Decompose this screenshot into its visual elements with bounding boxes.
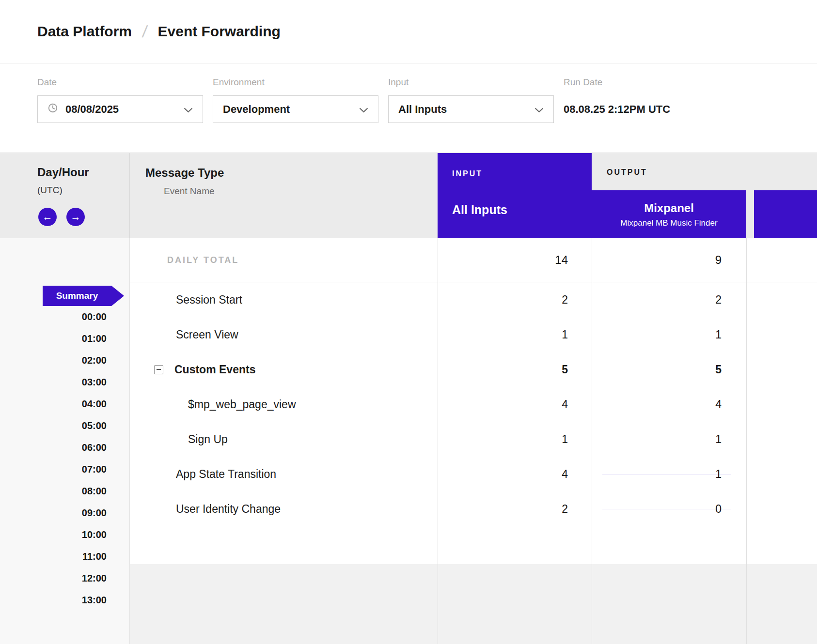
breadcrumb: Data Platform / Event Forwarding xyxy=(0,0,817,63)
output-count-cell: 1 xyxy=(592,433,746,446)
environment-dropdown-value: Development xyxy=(223,103,290,116)
hour-list: 00:00 01:00 02:00 03:00 04:00 05:00 06:0… xyxy=(0,306,107,611)
breadcrumb-separator: / xyxy=(141,22,148,41)
environment-dropdown[interactable]: Development xyxy=(213,95,378,123)
hour-row[interactable]: 10:00 xyxy=(0,524,107,546)
environment-filter-label: Environment xyxy=(213,77,378,88)
output-count-cell: 2 xyxy=(592,293,746,307)
breadcrumb-data-platform[interactable]: Data Platform xyxy=(37,23,132,40)
input-column-header: INPUT All Inputs xyxy=(438,153,592,239)
destination-subtitle: Mixpanel MB Music Finder xyxy=(592,218,746,228)
output-count-cell: 5 xyxy=(592,363,746,376)
date-filter-group: Date 08/08/2025 xyxy=(37,77,203,153)
daily-total-output-cell: 9 xyxy=(592,253,746,267)
run-date-group: Run Date 08.08.25 2:12PM UTC xyxy=(564,77,670,153)
date-dropdown[interactable]: 08/08/2025 xyxy=(37,95,203,123)
event-forwarding-page: Data Platform / Event Forwarding Date 08… xyxy=(0,0,817,644)
table-row-mp-web-page-view: $mp_web_page_view 4 4 xyxy=(130,387,817,422)
prev-day-button[interactable]: ← xyxy=(38,208,57,226)
table-row-session-start: Session Start 2 2 xyxy=(130,282,817,317)
arrow-right-icon: → xyxy=(71,211,81,223)
run-date-label: Run Date xyxy=(564,77,670,88)
table-footer-area xyxy=(130,564,817,644)
day-hour-subtitle: (UTC) xyxy=(37,185,63,196)
hour-row[interactable]: 03:00 xyxy=(0,371,107,393)
collapse-icon[interactable] xyxy=(154,365,163,374)
destination-name: Mixpanel xyxy=(592,201,746,215)
hour-row[interactable]: 08:00 xyxy=(0,480,107,502)
hour-row[interactable]: 04:00 xyxy=(0,393,107,415)
event-name-label: App State Transition xyxy=(176,468,276,481)
event-name-label: $mp_web_page_view xyxy=(188,398,296,411)
output-count-cell: 4 xyxy=(592,398,746,411)
input-column-name: All Inputs xyxy=(452,203,507,217)
summary-badge[interactable]: Summary xyxy=(43,286,111,306)
table-row-sign-up: Sign Up 1 1 xyxy=(130,422,817,457)
date-dropdown-value: 08/08/2025 xyxy=(65,103,119,116)
input-filter-label: Input xyxy=(388,77,554,88)
environment-filter-group: Environment Development xyxy=(213,77,378,153)
clock-icon xyxy=(47,103,58,116)
day-hour-header: Day/Hour (UTC) ← → xyxy=(0,153,130,239)
daily-total-input-cell: 14 xyxy=(438,253,592,267)
table-header: Day/Hour (UTC) ← → Message Type Event Na… xyxy=(0,153,817,238)
input-dropdown[interactable]: All Inputs xyxy=(388,95,554,123)
message-type-header: Message Type xyxy=(145,166,224,180)
day-hour-sidebar: Summary 00:00 01:00 02:00 03:00 04:00 05… xyxy=(0,238,130,644)
input-count-cell: 2 xyxy=(438,293,592,307)
daily-total-label: DAILY TOTAL xyxy=(130,255,438,265)
next-day-button[interactable]: → xyxy=(66,208,85,226)
hour-row[interactable]: 00:00 xyxy=(0,306,107,328)
day-hour-title: Day/Hour xyxy=(37,166,89,179)
table-row-user-identity-change: User Identity Change 2 0 xyxy=(130,491,817,526)
chevron-down-icon xyxy=(184,103,193,116)
input-count-cell: 5 xyxy=(438,363,592,376)
event-name-label: User Identity Change xyxy=(176,503,281,516)
input-count-cell: 2 xyxy=(438,503,592,516)
input-column-label: INPUT xyxy=(452,169,483,178)
event-rows: Session Start 2 2 Screen View 1 1 Custom… xyxy=(130,282,817,564)
chevron-down-icon xyxy=(359,103,368,116)
date-filter-label: Date xyxy=(37,77,203,88)
input-count-cell: 1 xyxy=(438,328,592,341)
event-name-label: Custom Events xyxy=(174,363,255,376)
input-dropdown-value: All Inputs xyxy=(398,103,447,116)
hour-row[interactable]: 11:00 xyxy=(0,546,107,567)
hour-row[interactable]: 07:00 xyxy=(0,459,107,480)
hour-row[interactable]: 01:00 xyxy=(0,328,107,350)
output-section-label: OUTPUT xyxy=(607,168,647,177)
output-count-cell: 1 xyxy=(592,328,746,341)
highlight-background xyxy=(602,509,731,509)
table-row-custom-events: Custom Events 5 5 xyxy=(130,352,817,387)
table-row-screen-view: Screen View 1 1 xyxy=(130,317,817,352)
daily-total-row: DAILY TOTAL 14 9 xyxy=(130,238,817,282)
input-filter-group: Input All Inputs xyxy=(388,77,554,153)
hour-row[interactable]: 05:00 xyxy=(0,415,107,437)
output-count-cell-highlighted: 1 xyxy=(592,468,746,481)
table-row-app-state-transition: App State Transition 4 1 xyxy=(130,457,817,491)
event-name-label: Screen View xyxy=(176,328,238,341)
page-title: Event Forwarding xyxy=(158,23,281,40)
arrow-left-icon: ← xyxy=(43,211,53,223)
event-name-subheader: Event Name xyxy=(164,186,215,197)
input-count-cell: 1 xyxy=(438,433,592,446)
chevron-down-icon xyxy=(534,103,544,116)
output-destination-next-partial xyxy=(754,190,817,239)
event-name-label: Session Start xyxy=(176,293,242,307)
input-count-cell: 4 xyxy=(438,468,592,481)
hour-row[interactable]: 13:00 xyxy=(0,589,107,611)
hour-row[interactable]: 09:00 xyxy=(0,502,107,524)
output-count-cell-highlighted: 0 xyxy=(592,503,746,516)
filters-bar: Date 08/08/2025 Environment Development xyxy=(0,64,817,153)
output-destination-header: Mixpanel Mixpanel MB Music Finder xyxy=(592,190,746,239)
input-count-cell: 4 xyxy=(438,398,592,411)
highlight-background xyxy=(602,474,731,475)
hour-row[interactable]: 02:00 xyxy=(0,350,107,371)
event-name-label: Sign Up xyxy=(188,433,228,446)
run-date-value: 08.08.25 2:12PM UTC xyxy=(564,95,670,123)
hour-row[interactable]: 12:00 xyxy=(0,567,107,589)
hour-row[interactable]: 06:00 xyxy=(0,437,107,459)
